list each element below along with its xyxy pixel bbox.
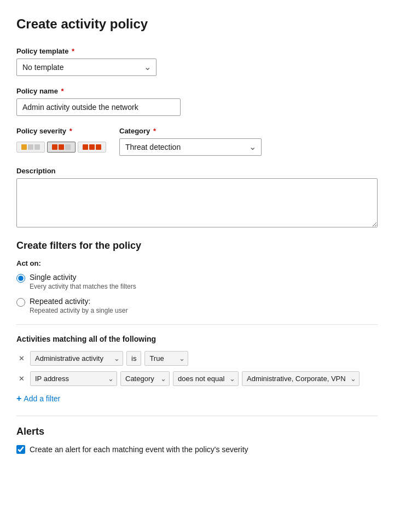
severity-label: Policy severity *: [16, 127, 106, 135]
plus-icon: +: [16, 394, 21, 404]
category-label: Category *: [119, 127, 262, 135]
single-activity-option: Single activity Every activity that matc…: [16, 273, 378, 290]
category-select-wrapper: Access control Threat detection Complian…: [119, 138, 262, 156]
add-filter-button[interactable]: + Add a filter: [16, 391, 60, 406]
repeated-activity-label: Repeated activity:: [30, 297, 128, 306]
policy-template-select[interactable]: No template Admin activity outside the n…: [16, 59, 157, 76]
section-divider: [16, 324, 378, 325]
sev-dot-2: [59, 144, 64, 150]
remove-filter-1-button[interactable]: ✕: [16, 353, 27, 364]
single-activity-desc: Every activity that matches the filters: [30, 283, 136, 290]
category-select[interactable]: Access control Threat detection Complian…: [119, 138, 262, 156]
filters-section-title: Create filters for the policy: [16, 240, 378, 252]
alerts-divider: [16, 416, 378, 416]
repeated-activity-radio[interactable]: [16, 298, 25, 307]
filter-op-2-wrap: does not equal equals contains: [173, 371, 239, 386]
filter-subfield-2-wrap: Category Country Tag: [120, 371, 170, 386]
activities-title: Activities matching all of the following: [16, 335, 378, 343]
category-group: Category * Access control Threat detecti…: [119, 127, 262, 156]
filter-op-1: is: [126, 351, 141, 366]
sev-dot-1: [52, 144, 57, 150]
page-title: Create activity policy: [16, 16, 378, 32]
severity-group: Policy severity *: [16, 127, 106, 153]
sev-dot-2: [89, 144, 95, 150]
filter-subfield-2-select[interactable]: Category Country Tag: [120, 371, 170, 386]
alerts-title: Alerts: [16, 426, 378, 437]
single-activity-label: Single activity: [30, 273, 136, 282]
filter-field-2-wrap: IP address Administrative activity User: [30, 371, 117, 386]
remove-filter-2-button[interactable]: ✕: [16, 373, 27, 384]
filter-row-1: ✕ Administrative activity IP address Use…: [16, 351, 378, 366]
act-on-label: Act on:: [16, 259, 378, 267]
policy-name-group: Policy name *: [16, 87, 378, 116]
single-activity-radio[interactable]: [16, 274, 25, 283]
filter-row-2: ✕ IP address Administrative activity Use…: [16, 371, 378, 386]
policy-template-select-wrapper: No template Admin activity outside the n…: [16, 59, 157, 76]
severity-high-button[interactable]: [78, 142, 106, 153]
add-filter-label: Add a filter: [24, 394, 60, 403]
severity-low-button[interactable]: [16, 142, 45, 153]
close-icon: ✕: [19, 375, 25, 383]
severity-buttons: [16, 142, 106, 153]
filter-op-2-select[interactable]: does not equal equals contains: [173, 371, 239, 386]
alert-checkbox-label: Create an alert for each matching event …: [30, 445, 248, 454]
sev-dot-1: [83, 144, 88, 150]
policy-name-label: Policy name *: [16, 87, 378, 95]
policy-template-label: Policy template *: [16, 47, 378, 55]
filter-field-1-wrap: Administrative activity IP address User: [30, 351, 123, 366]
filter-value-2-wrap: Administrative, Corporate, VPN Corporate…: [242, 371, 360, 386]
filter-value-2-select[interactable]: Administrative, Corporate, VPN Corporate…: [242, 371, 360, 386]
sev-dot-2: [28, 144, 33, 150]
repeated-activity-option: Repeated activity: Repeated activity by …: [16, 297, 378, 314]
severity-category-row: Policy severity * Category *: [16, 127, 378, 156]
sev-dot-3: [96, 144, 101, 150]
alert-checkbox-row: Create an alert for each matching event …: [16, 445, 378, 454]
description-label: Description: [16, 167, 378, 175]
description-input[interactable]: [16, 178, 378, 227]
close-icon: ✕: [19, 354, 25, 363]
description-group: Description: [16, 167, 378, 229]
policy-template-group: Policy template * No template Admin acti…: [16, 47, 378, 76]
alert-checkbox[interactable]: [16, 445, 25, 454]
policy-name-input[interactable]: [16, 98, 181, 116]
sev-dot-3: [34, 144, 40, 150]
repeated-activity-desc: Repeated activity by a single user: [30, 307, 128, 314]
filter-field-1-select[interactable]: Administrative activity IP address User: [30, 351, 123, 366]
sev-dot-1: [21, 144, 27, 150]
filter-field-2-select[interactable]: IP address Administrative activity User: [30, 371, 117, 386]
severity-medium-button[interactable]: [47, 142, 76, 153]
filter-value-1-select[interactable]: True False: [144, 351, 188, 366]
filter-value-1-wrap: True False: [144, 351, 188, 366]
sev-dot-3: [65, 144, 71, 150]
